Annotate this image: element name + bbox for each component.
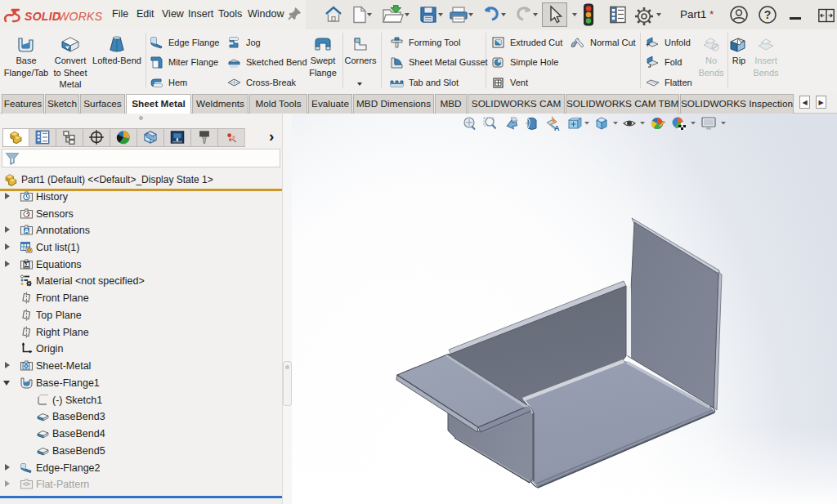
svg-text:SOLID: SOLID xyxy=(25,10,60,23)
svg-text:?: ? xyxy=(764,8,772,21)
svg-text:WORKS: WORKS xyxy=(58,10,103,23)
svg-text:Σ: Σ xyxy=(25,261,29,269)
svg-text:A: A xyxy=(25,227,29,234)
